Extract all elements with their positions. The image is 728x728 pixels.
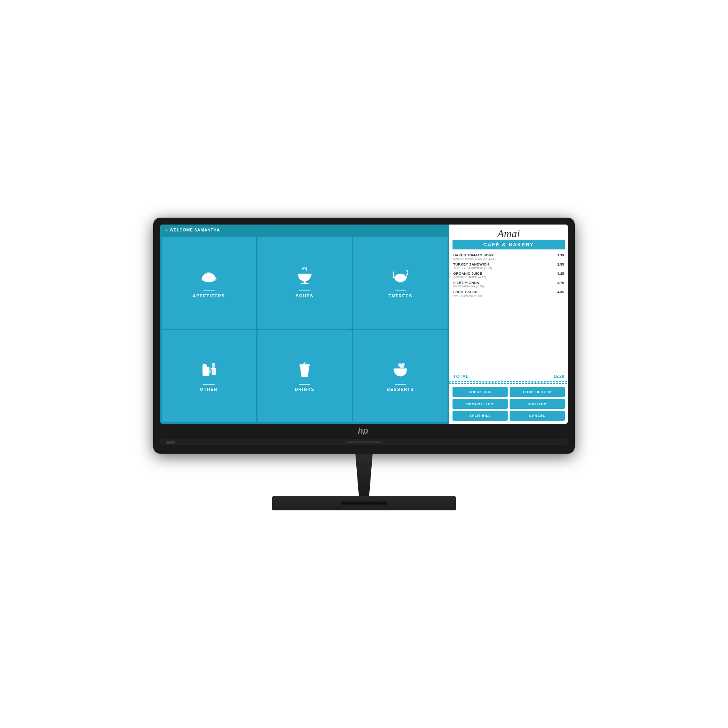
usb-port bbox=[166, 441, 175, 444]
svg-rect-7 bbox=[393, 272, 394, 279]
svg-rect-14 bbox=[303, 363, 305, 366]
item-price-0: 1.39 bbox=[555, 253, 564, 257]
item-name-0: BAKED TOMATO SOUP bbox=[453, 253, 555, 257]
monitor: + WELCOME SAMANTHA bbox=[153, 218, 575, 510]
tile-appetizers-label: APPETIZERS bbox=[193, 293, 225, 298]
action-buttons: CHECK OUT LOOK UP ITEM REMOVE ITEM ADD I… bbox=[449, 385, 568, 424]
center-sensor bbox=[347, 441, 381, 443]
tile-divider bbox=[203, 384, 215, 385]
bezel-bottom: hp bbox=[160, 424, 568, 439]
stand-base bbox=[272, 496, 456, 510]
tile-divider bbox=[395, 290, 406, 291]
pos-left-panel: + WELCOME SAMANTHA bbox=[160, 225, 449, 424]
item-price-2: 4.25 bbox=[555, 272, 564, 275]
item-name-1: TURKEY SANDWICH bbox=[453, 262, 555, 266]
lookup-button[interactable]: LOOK UP ITEM bbox=[510, 387, 565, 397]
order-item-1: TURKEY SANDWICH TURKEY SANDWICH (1.35) 2… bbox=[453, 262, 564, 270]
pie-icon bbox=[200, 267, 218, 288]
brand-bar: CAFÉ & BAKERY bbox=[453, 240, 565, 249]
total-amount: 15.29 bbox=[553, 374, 564, 379]
welcome-bar: + WELCOME SAMANTHA bbox=[160, 225, 449, 235]
brand-script: Amai bbox=[453, 228, 565, 239]
tile-other[interactable]: OTHER bbox=[162, 330, 256, 422]
screen: + WELCOME SAMANTHA bbox=[160, 225, 568, 424]
item-name-3: FILET MIGNON bbox=[453, 281, 555, 285]
item-name-4: FRUIT SALAD bbox=[453, 290, 555, 294]
svg-point-1 bbox=[203, 274, 215, 278]
item-name-2: ORGANIC JUICE bbox=[453, 272, 555, 275]
menu-grid: APPETIZERS bbox=[160, 235, 449, 424]
tile-divider bbox=[299, 384, 310, 385]
tile-desserts-label: DESSERTS bbox=[387, 387, 414, 392]
bezel-strip bbox=[160, 439, 568, 445]
stand-base-slot bbox=[341, 502, 387, 505]
svg-rect-11 bbox=[212, 369, 216, 375]
cancel-button[interactable]: CANCEL bbox=[510, 411, 565, 421]
item-sub-3: FILET MIGNON (2.75) bbox=[453, 285, 555, 288]
soup-icon bbox=[295, 267, 314, 288]
item-price-4: 4.35 bbox=[555, 290, 564, 294]
tile-divider bbox=[395, 384, 406, 385]
monitor-bezel: + WELCOME SAMANTHA bbox=[153, 218, 575, 454]
tile-divider bbox=[203, 290, 215, 291]
item-price-1: 2.55 bbox=[555, 262, 564, 266]
order-item-2: ORGANIC JUICE ORGANIC JUICE (4.25) 4.25 bbox=[453, 272, 564, 279]
hp-logo: hp bbox=[357, 426, 371, 438]
tile-drinks[interactable]: DRINKS bbox=[257, 330, 352, 422]
tile-soups[interactable]: SOUPS bbox=[257, 237, 352, 329]
svg-rect-8 bbox=[203, 367, 210, 376]
order-items: BAKED TOMATO SOUP BAKED TOMATO SOUP (1.1… bbox=[449, 251, 568, 372]
item-price-3: 2.75 bbox=[555, 281, 564, 285]
item-sub-1: TURKEY SANDWICH (1.35) bbox=[453, 266, 555, 270]
order-item-0: BAKED TOMATO SOUP BAKED TOMATO SOUP (1.1… bbox=[453, 253, 564, 261]
tile-divider bbox=[299, 290, 310, 291]
tile-entrees[interactable]: ENTRÉES bbox=[353, 237, 448, 329]
tile-soups-label: SOUPS bbox=[296, 293, 313, 298]
item-sub-4: FRUIT SALAD (4.35) bbox=[453, 294, 555, 297]
svg-rect-6 bbox=[394, 277, 407, 278]
pos-right-panel: Amai CAFÉ & BAKERY BAKED TOMATO SOUP BAK… bbox=[449, 225, 568, 424]
tile-appetizers[interactable]: APPETIZERS bbox=[162, 237, 256, 329]
item-sub-0: BAKED TOMATO SOUP (1.15) bbox=[453, 257, 555, 261]
svg-rect-9 bbox=[203, 365, 207, 367]
tile-other-label: OTHER bbox=[200, 387, 218, 392]
svg-text:hp: hp bbox=[358, 426, 368, 435]
split-button[interactable]: SPLIT BILL bbox=[453, 411, 508, 421]
plate-icon bbox=[391, 267, 410, 288]
svg-point-17 bbox=[398, 363, 402, 367]
svg-rect-10 bbox=[203, 364, 206, 366]
svg-rect-15 bbox=[394, 369, 407, 371]
order-item-4: FRUIT SALAD FRUIT SALAD (4.35) 4.35 bbox=[453, 290, 564, 297]
total-label: TOTAL bbox=[453, 374, 469, 379]
tile-drinks-label: DRINKS bbox=[295, 387, 314, 392]
checkout-button[interactable]: CHECK OUT bbox=[453, 387, 508, 397]
bottle-icon bbox=[200, 361, 218, 382]
total-row: TOTAL 15.29 bbox=[449, 372, 568, 380]
tile-desserts[interactable]: DESSERTS bbox=[353, 330, 448, 422]
svg-rect-12 bbox=[211, 368, 216, 369]
svg-rect-2 bbox=[303, 281, 306, 283]
stand-neck bbox=[347, 454, 381, 496]
welcome-text: + WELCOME SAMANTHA bbox=[166, 228, 220, 232]
item-sub-2: ORGANIC JUICE (4.25) bbox=[453, 275, 555, 279]
bowl-icon bbox=[391, 361, 410, 382]
add-button[interactable]: ADD ITEM bbox=[510, 399, 565, 409]
receipt-header: Amai CAFÉ & BAKERY bbox=[449, 225, 568, 251]
order-item-3: FILET MIGNON FILET MIGNON (2.75) 2.75 bbox=[453, 281, 564, 288]
svg-rect-3 bbox=[301, 283, 309, 284]
tile-entrees-label: ENTRÉES bbox=[389, 293, 412, 298]
zigzag-divider bbox=[449, 381, 568, 384]
cup-icon bbox=[295, 361, 314, 382]
remove-button[interactable]: REMOVE ITEM bbox=[453, 399, 508, 409]
